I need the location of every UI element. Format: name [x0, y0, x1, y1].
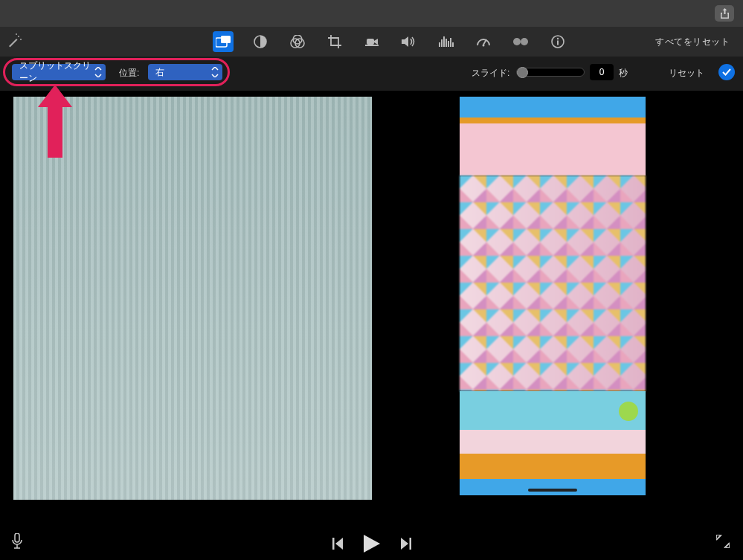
- position-dropdown[interactable]: 右: [148, 64, 222, 80]
- stabilize-button[interactable]: [361, 31, 382, 52]
- clip-filter-button[interactable]: [510, 31, 531, 52]
- clip-filter-icon: [512, 36, 529, 47]
- svg-rect-15: [448, 41, 449, 47]
- color-correction-icon: [290, 35, 305, 48]
- audio-eq-button[interactable]: [436, 31, 457, 52]
- svg-point-22: [557, 38, 559, 39]
- crop-button[interactable]: [324, 31, 345, 52]
- reset-all-button[interactable]: すべてをリセット: [655, 36, 730, 48]
- slider-knob[interactable]: [517, 67, 528, 78]
- preview-overlay-clip: [460, 97, 646, 495]
- color-balance-icon: [254, 35, 267, 48]
- preview-left-background: [13, 97, 372, 500]
- crop-icon: [328, 35, 341, 48]
- check-icon: [722, 68, 731, 76]
- apply-check-button[interactable]: [718, 64, 735, 80]
- inspector-toolbar: すべてをリセット: [0, 27, 743, 57]
- svg-rect-9: [367, 39, 374, 45]
- video-overlay-button[interactable]: [213, 31, 234, 52]
- svg-point-0: [18, 36, 19, 37]
- overlay-options-bar: スプリットスクリーン 位置: 右 スライド: 0 秒 リセット: [0, 57, 743, 91]
- position-label: 位置:: [119, 67, 139, 80]
- magic-wand-icon: [7, 33, 22, 48]
- svg-rect-17: [452, 42, 454, 47]
- volume-icon: [402, 36, 416, 48]
- play-button[interactable]: [364, 535, 380, 553]
- svg-rect-10: [365, 45, 379, 46]
- reset-button[interactable]: リセット: [669, 67, 704, 80]
- svg-rect-26: [409, 538, 411, 550]
- svg-point-20: [521, 38, 528, 45]
- fullscreen-icon: [716, 535, 730, 548]
- next-frame-icon: [401, 538, 411, 550]
- video-overlay-icon: [216, 36, 231, 48]
- color-balance-button[interactable]: [250, 31, 271, 52]
- seconds-label: 秒: [619, 67, 628, 80]
- next-frame-button[interactable]: [401, 538, 411, 550]
- svg-point-19: [513, 38, 521, 45]
- svg-rect-14: [446, 39, 447, 47]
- svg-point-18: [483, 45, 485, 47]
- chevron-down-icon: [211, 67, 219, 77]
- svg-rect-23: [557, 41, 559, 45]
- preview-right-region: [372, 97, 730, 500]
- volume-button[interactable]: [399, 31, 419, 52]
- chevron-down-icon: [94, 67, 102, 77]
- overlay-mode-value: スプリットスクリーン: [19, 59, 91, 85]
- speed-icon: [476, 36, 491, 47]
- preview-viewer: [13, 97, 730, 500]
- color-correction-button[interactable]: [287, 31, 308, 52]
- previous-frame-button[interactable]: [332, 538, 343, 550]
- fullscreen-button[interactable]: [716, 535, 730, 551]
- svg-rect-16: [450, 38, 451, 47]
- audio-eq-icon: [439, 36, 454, 47]
- svg-rect-4: [221, 36, 231, 43]
- slide-label: スライド:: [472, 67, 509, 80]
- info-icon: [551, 35, 565, 48]
- share-button[interactable]: [715, 5, 734, 22]
- overlay-mode-dropdown[interactable]: スプリットスクリーン: [12, 64, 106, 80]
- svg-rect-11: [439, 42, 440, 47]
- svg-point-2: [16, 33, 17, 35]
- previous-frame-icon: [332, 538, 343, 550]
- share-icon: [720, 8, 730, 19]
- stabilize-icon: [365, 36, 379, 47]
- magic-wand-button[interactable]: [7, 33, 22, 51]
- svg-point-1: [20, 39, 22, 40]
- svg-rect-13: [443, 36, 445, 47]
- slide-slider[interactable]: [516, 68, 585, 77]
- svg-rect-12: [441, 39, 443, 47]
- annotation-arrow: [48, 103, 62, 158]
- svg-rect-25: [332, 538, 335, 550]
- info-button[interactable]: [547, 31, 568, 52]
- speed-button[interactable]: [473, 31, 494, 52]
- play-icon: [364, 535, 380, 553]
- playback-controls: [0, 527, 743, 560]
- slide-value-field[interactable]: 0: [590, 64, 614, 80]
- position-value: 右: [155, 66, 164, 79]
